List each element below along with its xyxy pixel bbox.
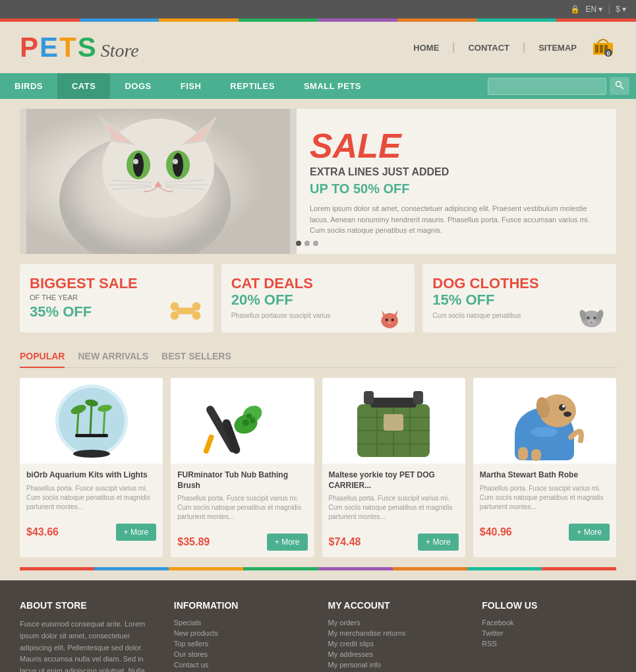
svg-point-31 [192, 302, 200, 311]
dot-3[interactable] [313, 241, 318, 246]
svg-point-60 [246, 413, 252, 419]
footer-link-credit-slips[interactable]: My credit slips [328, 640, 463, 648]
footer-follow-us-title: FOLLOW US [482, 600, 616, 611]
add-to-cart-2[interactable]: + More [267, 534, 308, 551]
svg-rect-74 [384, 414, 403, 431]
footer-link-contact[interactable]: Contact us [174, 661, 308, 669]
svg-point-43 [593, 317, 596, 319]
hero-discount: UP TO 50% OFF [310, 181, 596, 197]
cart-button[interactable]: 0 [590, 35, 616, 60]
product-image-3 [322, 378, 465, 464]
currency-label: $ [616, 5, 620, 14]
svg-line-7 [621, 86, 623, 89]
nav-cats[interactable]: CATS [57, 73, 110, 99]
footer-link-twitter[interactable]: Twitter [482, 629, 616, 637]
nav-birds[interactable]: BIRDS [0, 73, 57, 99]
svg-rect-83 [531, 449, 541, 461]
add-to-cart-4[interactable]: + More [569, 524, 610, 541]
tab-popular[interactable]: POPULAR [20, 346, 65, 368]
product-name-3: Maltese yorkie toy PET DOG CARRIER... [329, 470, 459, 491]
svg-line-52 [103, 410, 105, 434]
product-name-2: FURminator Tub Nub Bathing Brush [177, 470, 307, 491]
nav-reptiles[interactable]: REPTILES [216, 73, 289, 99]
svg-rect-73 [413, 391, 423, 404]
product-image-4 [473, 378, 616, 464]
search-button[interactable] [610, 77, 629, 95]
nav-dogs[interactable]: DOGS [110, 73, 165, 99]
svg-point-62 [250, 418, 255, 423]
product-footer-2: $35.89 + More [171, 530, 314, 557]
dot-1[interactable] [296, 241, 301, 246]
logo[interactable]: PETS Store [20, 32, 139, 63]
nav-sitemap[interactable]: SITEMAP [538, 43, 577, 53]
svg-point-49 [73, 450, 110, 458]
add-to-cart-3[interactable]: + More [418, 534, 459, 551]
promo-box-3[interactable]: DOG CLOTHES 15% OFF Cum sociis natoque p… [422, 264, 616, 332]
product-price-3: $74.48 [329, 536, 361, 548]
footer-link-our-stores[interactable]: Our stores [174, 650, 308, 658]
svg-line-51 [90, 404, 92, 434]
cat-face-icon [372, 306, 408, 329]
footer-information: INFORMATION Specials New products Top se… [174, 600, 308, 672]
search-icon [615, 80, 624, 90]
aquarium-image [39, 378, 144, 464]
footer-link-my-orders[interactable]: My orders [328, 619, 463, 626]
logo-t: T [59, 32, 78, 63]
product-info-1: biOrb Aquarium Kits with Lights Phasellu… [20, 464, 163, 520]
currency-selector[interactable]: $ ▾ [616, 5, 626, 14]
svg-point-61 [243, 419, 249, 426]
promo-box-2[interactable]: CAT DEALS 20% OFF Phasellus portause sus… [221, 264, 415, 332]
svg-rect-63 [203, 434, 215, 454]
dot-2[interactable] [304, 241, 310, 246]
product-info-3: Maltese yorkie toy PET DOG CARRIER... Ph… [322, 464, 465, 530]
nav-home[interactable]: HOME [413, 43, 439, 53]
footer-link-my-returns[interactable]: My merchandise returns [328, 629, 463, 637]
hero-content: SALE EXTRA LINES JUST ADDED UP TO 50% OF… [297, 109, 616, 254]
svg-rect-71 [370, 398, 417, 408]
footer-link-personal-info[interactable]: My personal info [328, 661, 463, 669]
product-info-2: FURminator Tub Nub Bathing Brush Phasell… [171, 464, 314, 530]
svg-point-20 [173, 159, 178, 164]
footer-about: ABOUT STORE Fusce euismod consequat ante… [20, 600, 154, 672]
product-name-1: biOrb Aquarium Kits with Lights [26, 470, 156, 481]
svg-rect-48 [75, 434, 108, 437]
svg-point-17 [133, 153, 144, 177]
product-desc-4: Phasellus porta. Fusce suscipit varius m… [480, 484, 610, 512]
nav-divider-1: | [452, 42, 455, 53]
footer-link-rss[interactable]: RSS [482, 640, 616, 648]
svg-rect-82 [518, 447, 528, 460]
nav-fish[interactable]: FISH [166, 73, 216, 99]
add-to-cart-1[interactable]: + More [116, 524, 157, 541]
footer-link-new-products[interactable]: New products [174, 629, 308, 637]
dog-image [492, 378, 597, 464]
promo-box-1[interactable]: BIGGEST SALE OF THE YEAR 35% OFF [20, 264, 214, 332]
svg-point-38 [389, 322, 391, 324]
color-strip-top [0, 18, 636, 22]
tab-best-sellers[interactable]: BEST SELLERS [161, 346, 231, 368]
footer-grid: ABOUT STORE Fusce euismod consequat ante… [20, 600, 616, 672]
footer-my-account-title: MY ACCOUNT [328, 600, 463, 611]
svg-point-30 [170, 311, 179, 320]
svg-point-79 [559, 404, 565, 411]
product-image-1 [20, 378, 163, 464]
language-selector[interactable]: EN ▾ [585, 5, 602, 14]
lock-icon: 🔒 [570, 5, 580, 14]
nav-small-pets[interactable]: SMALL PETS [289, 73, 376, 99]
tabs-header: POPULAR NEW ARRIVALS BEST SELLERS [20, 346, 616, 368]
footer-link-addresses[interactable]: My addresses [328, 650, 463, 658]
footer-link-top-sellers[interactable]: Top sellers [174, 640, 308, 648]
hero-banner: SALE EXTRA LINES JUST ADDED UP TO 50% OF… [20, 109, 616, 254]
promo-2-title: CAT DEALS [231, 276, 405, 291]
tab-new-arrivals[interactable]: NEW ARRIVALS [78, 346, 148, 368]
svg-rect-28 [176, 308, 194, 315]
svg-rect-2 [600, 45, 603, 53]
nav-contact[interactable]: CONTACT [468, 43, 509, 53]
footer-link-specials[interactable]: Specials [174, 619, 308, 626]
search-input[interactable] [488, 78, 606, 95]
language-arrow-icon: ▾ [598, 5, 602, 14]
svg-rect-72 [364, 391, 374, 404]
product-card-1: biOrb Aquarium Kits with Lights Phasellu… [20, 378, 163, 557]
product-footer-3: $74.48 + More [322, 530, 465, 557]
hero-image [20, 109, 297, 254]
footer-link-facebook[interactable]: Facebook [482, 619, 616, 626]
